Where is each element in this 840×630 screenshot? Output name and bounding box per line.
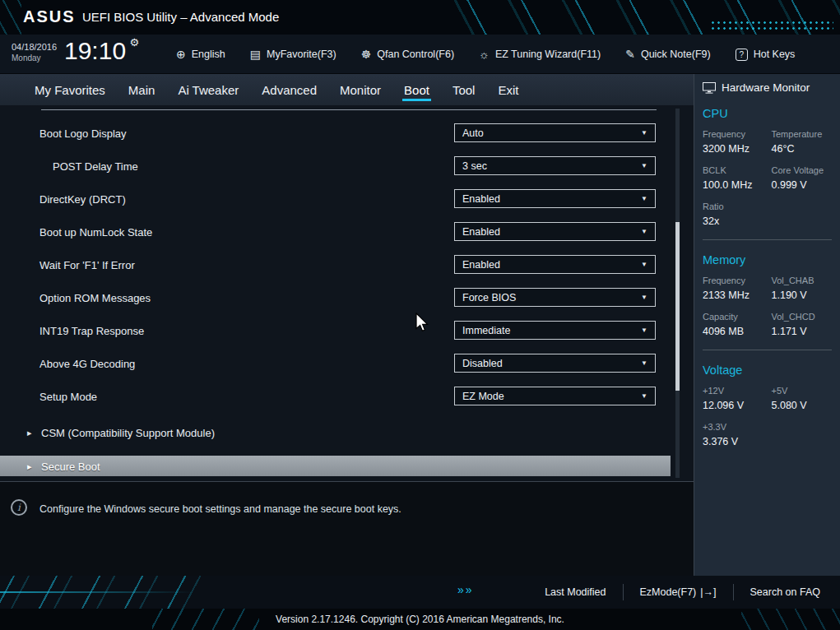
pencil-note-icon: ✎: [625, 48, 635, 61]
dropdown-value: EZ Mode: [455, 391, 633, 402]
chevron-down-icon: ▼: [633, 162, 655, 169]
tab-monitor[interactable]: Monitor: [328, 74, 392, 105]
quickbar-item-label: Hot Keys: [754, 49, 796, 60]
tab-boot[interactable]: Boot: [392, 74, 441, 105]
quickbar-item-myfavorite[interactable]: ▤ MyFavorite(F3): [250, 48, 336, 61]
chevron-down-icon: ▼: [633, 261, 655, 268]
exit-to-ezmode-icon: |→]: [700, 586, 716, 598]
app-title: UEFI BIOS Utility – Advanced Mode: [82, 10, 279, 24]
tab-main[interactable]: Main: [117, 74, 167, 105]
setting-row: Boot Logo Display Auto ▼: [0, 117, 694, 150]
divider: [703, 350, 832, 350]
last-modified-button[interactable]: Last Modified: [528, 586, 622, 598]
circuit-decoration: [0, 0, 21, 35]
tab-advanced[interactable]: Advanced: [250, 74, 328, 105]
hm-pair: Vol_CHCD 1.171 V: [772, 312, 840, 348]
hm-label: Core Voltage: [772, 165, 840, 175]
chevron-down-icon: ▼: [633, 359, 655, 367]
hm-row: Capacity 4096 MB Vol_CHCD 1.171 V: [703, 312, 840, 348]
gear-icon[interactable]: ⚙: [129, 36, 139, 49]
setting-row: Wait For 'F1' If Error Enabled ▼: [0, 248, 694, 281]
quickbar-item-label: EZ Tuning Wizard(F11): [495, 49, 601, 60]
hm-value: 1.171 V: [772, 326, 840, 337]
quickbar-item-ez-tuning-wizard[interactable]: ☼ EZ Tuning Wizard(F11): [479, 48, 601, 61]
copyright-bar: Version 2.17.1246. Copyright (C) 2016 Am…: [0, 609, 840, 630]
dropdown-boot-up-numlock-state[interactable]: Enabled ▼: [454, 222, 656, 241]
hm-pair: Frequency 2133 MHz: [703, 276, 772, 312]
setting-label: DirectKey (DRCT): [39, 193, 126, 206]
dropdown-option-rom-messages[interactable]: Force BIOS ▼: [454, 288, 656, 307]
dropdown-setup-mode[interactable]: EZ Mode ▼: [454, 387, 656, 405]
chevron-down-icon: ▼: [633, 327, 655, 334]
submenu-arrow-icon: ▸: [27, 428, 32, 438]
dropdown-value: Enabled: [455, 193, 633, 205]
globe-icon: ⊕: [176, 48, 186, 61]
cpu-section-title: CPU: [703, 107, 840, 120]
title-bar: ASUS UEFI BIOS Utility – Advanced Mode: [0, 0, 840, 35]
hm-label: Vol_CHAB: [772, 276, 840, 285]
dropdown-value: Force BIOS: [455, 292, 633, 303]
search-faq-button[interactable]: Search on FAQ: [734, 586, 837, 598]
quickbar-item-english[interactable]: ⊕ English: [176, 48, 225, 61]
dropdown-directkey[interactable]: Enabled ▼: [454, 189, 656, 208]
dropdown-wait-for-f1-if-error[interactable]: Enabled ▼: [454, 255, 656, 274]
scrollbar-thumb[interactable]: [675, 222, 680, 391]
monitor-icon: [703, 82, 716, 94]
setting-row: Above 4G Decoding Disabled ▼: [0, 347, 694, 380]
dropdown-value: Enabled: [455, 259, 633, 271]
setting-label: Boot up NumLock State: [39, 226, 152, 239]
info-icon: i: [11, 499, 27, 516]
quickbar-item-qfan-control[interactable]: ☸ Qfan Control(F6): [361, 48, 454, 61]
quickbar-item-label: MyFavorite(F3): [267, 49, 336, 60]
tab-ai-tweaker[interactable]: Ai Tweaker: [166, 74, 250, 105]
hm-value: 100.0 MHz: [703, 179, 772, 191]
hm-label: Vol_CHCD: [772, 312, 840, 322]
hm-pair: Frequency 3200 MHz: [703, 129, 772, 165]
asus-logo: ASUS: [23, 7, 76, 26]
ezmode-button[interactable]: EzMode(F7) |→]: [624, 586, 733, 598]
hm-pair: Core Voltage 0.999 V: [772, 165, 840, 202]
footer-bar: »» Last Modified EzMode(F7) |→] Search o…: [0, 576, 840, 609]
submenu-secure-boot[interactable]: ▸ Secure Boot: [0, 456, 671, 476]
hm-row: BCLK 100.0 MHz Core Voltage 0.999 V: [703, 165, 840, 202]
dropdown-above-4g-decoding[interactable]: Disabled ▼: [454, 354, 656, 373]
help-text: Configure the Windows secure boot settin…: [39, 503, 401, 515]
tab-tool[interactable]: Tool: [441, 74, 487, 105]
hm-value: 3.376 V: [703, 436, 775, 447]
chevron-down-icon: ▼: [633, 294, 655, 301]
hm-value: 1.190 V: [772, 290, 840, 301]
setting-label: INT19 Trap Response: [39, 325, 144, 337]
quickbar-item-quick-note[interactable]: ✎ Quick Note(F9): [625, 48, 710, 61]
hm-value: 32x: [703, 215, 775, 227]
hm-label: Ratio: [703, 202, 775, 211]
boot-settings-panel: Boot Logo Display Auto ▼ POST Delay Time…: [0, 105, 694, 481]
quickbar-item-hot-keys[interactable]: ? Hot Keys: [736, 49, 796, 61]
dropdown-boot-logo-display[interactable]: Auto ▼: [454, 123, 656, 142]
bios-screen: ASUS UEFI BIOS Utility – Advanced Mode 0…: [0, 0, 840, 630]
submenu-csm[interactable]: ▸ CSM (Compatibility Support Module): [0, 416, 694, 449]
quickbar-item-label: Quick Note(F9): [641, 49, 711, 60]
hm-value: 4096 MB: [703, 326, 772, 337]
hm-value: 5.080 V: [772, 400, 840, 411]
fan-icon: ☸: [361, 48, 372, 61]
scrollbar[interactable]: [675, 109, 680, 478]
hm-pair: BCLK 100.0 MHz: [703, 165, 772, 202]
hm-pair: +12V 12.096 V: [703, 386, 772, 422]
hardware-monitor-panel: Hardware Monitor CPU Frequency 3200 MHz …: [694, 74, 840, 576]
favorite-card-icon: ▤: [250, 48, 261, 61]
submenu-label: CSM (Compatibility Support Module): [41, 427, 215, 439]
dropdown-int19-trap-response[interactable]: Immediate ▼: [454, 321, 656, 340]
tab-my-favorites[interactable]: My Favorites: [23, 74, 117, 105]
hm-row: Ratio 32x: [703, 202, 840, 238]
dropdown-post-delay-time[interactable]: 3 sec ▼: [454, 156, 656, 175]
hm-label: +12V: [703, 386, 772, 396]
hm-value: 3200 MHz: [703, 143, 772, 155]
tab-exit[interactable]: Exit: [486, 74, 530, 105]
setting-label: Above 4G Decoding: [39, 358, 135, 370]
chevron-down-icon: ▼: [633, 129, 655, 137]
date-text: 04/18/2016: [12, 42, 57, 52]
setting-row: Boot up NumLock State Enabled ▼: [0, 215, 694, 248]
voltage-section-title: Voltage: [703, 364, 840, 377]
hm-pair: Capacity 4096 MB: [703, 312, 772, 348]
setting-label: POST Delay Time: [53, 160, 138, 173]
